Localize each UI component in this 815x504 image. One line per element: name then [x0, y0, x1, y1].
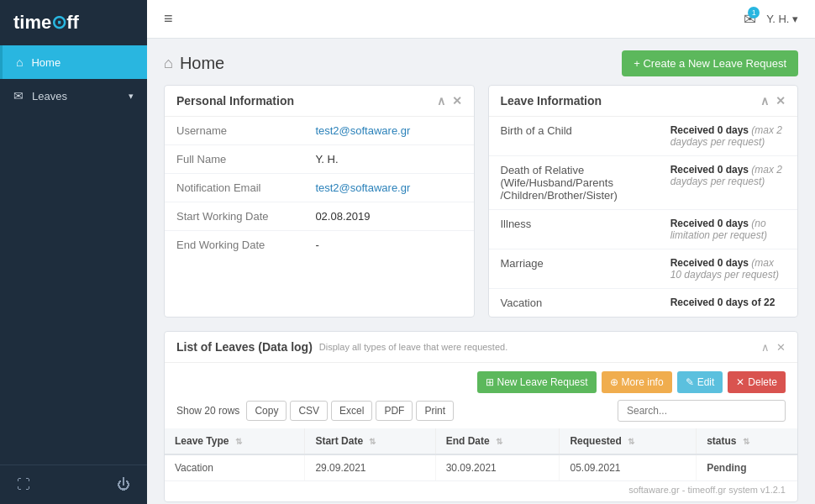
show-rows-label: Show 20 rows: [176, 405, 239, 417]
table-row: Full Name Y. H.: [165, 145, 474, 174]
data-log-toolbar: ⊞ New Leave Request ⊕ More info ✎ Edit ✕…: [165, 363, 797, 393]
fullscreen-icon[interactable]: ⛶: [17, 477, 30, 492]
leave-info-title: Leave Information: [501, 94, 602, 108]
leave-label-marriage: Marriage: [489, 249, 659, 289]
edit-label: Edit: [697, 376, 715, 388]
leave-value-vacation: Received 0 days of 22: [659, 289, 797, 318]
data-log-heading: List of Leaves (Data log): [176, 340, 313, 354]
more-info-label: More info: [622, 376, 664, 388]
sidebar-item-home[interactable]: ⌂ Home: [0, 45, 147, 79]
page-footer: softaware.gr - timeoff.gr system v1.2.1: [165, 481, 797, 501]
edit-button[interactable]: ✎ Edit: [677, 371, 723, 393]
table-row: Username test2@softaware.gr: [165, 117, 474, 145]
more-info-button[interactable]: ⊕ More info: [602, 371, 672, 393]
label-username: Username: [165, 117, 303, 145]
collapse-icon[interactable]: ∧: [760, 94, 769, 108]
col-end-date: End Date ⇅: [435, 428, 560, 454]
main-area: ≡ ✉ 1 Y. H. ▾ ⌂ Home + Create a New Leav…: [147, 0, 815, 504]
leave-value-marriage: Received 0 days (max 10 daydays per requ…: [659, 249, 797, 289]
page-title-text: Home: [180, 54, 224, 73]
delete-button[interactable]: ✕ Delete: [728, 371, 786, 393]
value-fullname: Y. H.: [303, 145, 473, 174]
sidebar-leaves-label: Leaves: [32, 90, 67, 102]
leave-detail-birth: (max 2 daydays per request): [670, 124, 782, 148]
plus-icon: ⊞: [486, 376, 494, 388]
close-icon[interactable]: ✕: [776, 94, 786, 108]
user-label: Y. H. ▾: [766, 13, 798, 25]
table-row: Vacation Received 0 days of 22: [489, 289, 798, 318]
table-row: Illness Received 0 days (no limitation p…: [489, 210, 798, 249]
personal-info-actions: ∧ ✕: [437, 94, 462, 108]
cards-row: Personal Information ∧ ✕ Username test2@…: [164, 85, 798, 318]
data-log-card: List of Leaves (Data log) Display all ty…: [164, 331, 798, 502]
col-start-date: Start Date ⇅: [305, 428, 435, 454]
sidebar-item-leaves[interactable]: ✉ Leaves ▾: [0, 79, 147, 113]
table-header-row: Leave Type ⇅ Start Date ⇅ End Date ⇅ Req…: [165, 428, 797, 454]
collapse-icon[interactable]: ∧: [761, 341, 770, 354]
collapse-icon[interactable]: ∧: [437, 94, 445, 108]
sort-icon: ⇅: [369, 437, 376, 446]
close-icon[interactable]: ✕: [776, 341, 786, 354]
topbar: ≡ ✉ 1 Y. H. ▾: [147, 0, 815, 39]
pdf-button[interactable]: PDF: [376, 401, 413, 421]
data-log-title-area: List of Leaves (Data log) Display all ty…: [176, 340, 507, 354]
leave-label-death: Death of Relative (Wife/Husband/Parents …: [489, 156, 659, 210]
excel-button[interactable]: Excel: [331, 401, 372, 421]
copy-button[interactable]: Copy: [246, 401, 287, 421]
col-requested: Requested ⇅: [560, 428, 697, 454]
leaves-icon: ✉: [13, 89, 24, 102]
table-row: Death of Relative (Wife/Husband/Parents …: [489, 156, 798, 210]
power-icon[interactable]: ⏻: [117, 477, 130, 492]
label-end-date: End Working Date: [165, 231, 303, 260]
leave-value-illness: Received 0 days (no limitation per reque…: [659, 210, 797, 249]
data-log-actions: ∧ ✕: [761, 341, 786, 354]
leave-value-birth: Received 0 days (max 2 daydays per reque…: [659, 117, 797, 156]
table-row: Start Working Date 02.08.2019: [165, 202, 474, 231]
menu-icon[interactable]: ≡: [164, 10, 173, 28]
sort-icon: ⇅: [628, 437, 634, 446]
close-icon[interactable]: ✕: [452, 94, 462, 108]
notification-bell[interactable]: ✉ 1: [744, 10, 756, 29]
leave-info-header: Leave Information ∧ ✕: [489, 86, 798, 117]
personal-info-card: Personal Information ∧ ✕ Username test2@…: [164, 85, 475, 318]
bell-badge: 1: [748, 7, 760, 18]
leave-detail-marriage: (max 10 daydays per request): [670, 257, 779, 281]
topbar-right: ✉ 1 Y. H. ▾: [744, 10, 798, 29]
data-log-subtitle: Display all types of leave that were req…: [319, 342, 507, 352]
sort-icon: ⇅: [235, 437, 242, 446]
chevron-down-icon: ▾: [129, 91, 134, 102]
col-leave-type: Leave Type ⇅: [165, 428, 305, 454]
label-start-date: Start Working Date: [165, 202, 303, 231]
data-table: Leave Type ⇅ Start Date ⇅ End Date ⇅ Req…: [165, 428, 797, 481]
page-home-icon: ⌂: [164, 55, 173, 72]
csv-button[interactable]: CSV: [290, 401, 328, 421]
search-input[interactable]: [618, 400, 786, 422]
new-leave-button[interactable]: ⊞ New Leave Request: [477, 371, 597, 393]
table-row: Notification Email test2@softaware.gr: [165, 174, 474, 202]
info-icon: ⊕: [610, 376, 618, 388]
sidebar-footer: ⛶ ⏻: [0, 465, 147, 504]
table-controls-left: Show 20 rows Copy CSV Excel PDF Print: [176, 401, 454, 421]
cell-leave-type: Vacation: [165, 454, 305, 481]
leave-value-death: Received 0 days (max 2 daydays per reque…: [659, 156, 797, 210]
page-title: ⌂ Home: [164, 54, 224, 73]
table-row: Vacation 29.09.2021 30.09.2021 05.09.202…: [165, 454, 797, 481]
cell-end-date: 30.09.2021: [435, 454, 560, 481]
table-row: Birth of a Child Received 0 days (max 2 …: [489, 117, 798, 156]
table-controls: Show 20 rows Copy CSV Excel PDF Print: [165, 393, 797, 428]
topbar-left: ≡: [164, 10, 173, 28]
page-header: ⌂ Home + Create a New Leave Request: [164, 39, 798, 85]
delete-icon: ✕: [736, 376, 744, 388]
value-end-date: -: [303, 231, 473, 260]
personal-info-body: Username test2@softaware.gr Full Name Y.…: [165, 117, 474, 259]
app-logo: time⊙ff: [13, 12, 79, 34]
leave-label-illness: Illness: [489, 210, 659, 249]
print-button[interactable]: Print: [416, 401, 454, 421]
leave-info-body: Birth of a Child Received 0 days (max 2 …: [489, 117, 798, 317]
col-status: status ⇅: [697, 428, 797, 454]
create-leave-button[interactable]: + Create a New Leave Request: [622, 50, 798, 76]
user-menu[interactable]: Y. H. ▾: [766, 13, 798, 25]
leave-label-vacation: Vacation: [489, 289, 659, 318]
leave-detail-illness: (no limitation per request): [670, 218, 767, 241]
value-email: test2@softaware.gr: [303, 174, 473, 202]
